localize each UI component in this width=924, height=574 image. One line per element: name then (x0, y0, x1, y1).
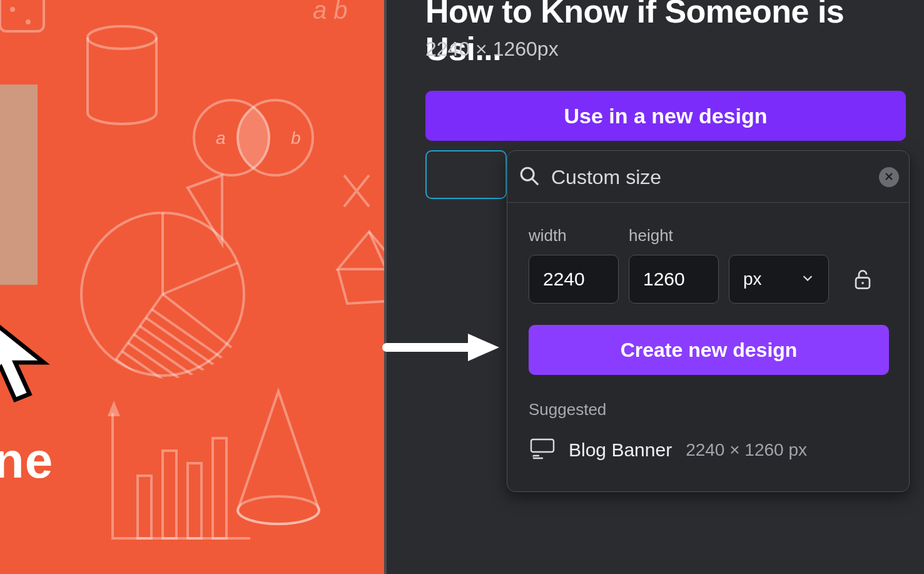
svg-rect-11 (213, 438, 226, 538)
use-in-new-design-button[interactable]: Use in a new design (425, 91, 906, 141)
cursor-icon (0, 307, 63, 407)
suggested-template-name: Blog Banner (569, 439, 672, 461)
svg-point-0 (88, 26, 156, 49)
svg-text:T: T (532, 454, 535, 459)
canvas-text-fragment: one (0, 432, 53, 489)
svg-text:a b: a b (313, 0, 348, 24)
unlock-icon (853, 282, 872, 292)
svg-point-14 (26, 19, 31, 24)
suggested-heading: Suggested (529, 400, 606, 419)
unit-value: px (743, 269, 762, 289)
width-label: width (529, 226, 567, 245)
design-info-panel: How to Know if Someone is Usi... 2240 × … (387, 0, 924, 574)
blog-banner-icon: T (530, 438, 555, 462)
popover-divider (507, 202, 909, 203)
lock-aspect-button[interactable] (850, 267, 875, 292)
suggested-template-item[interactable]: T Blog Banner 2240 × 1260 px (526, 431, 891, 469)
suggested-template-dims: 2240 × 1260 px (686, 440, 807, 460)
create-new-design-button[interactable]: Create new design (529, 325, 889, 375)
chevron-down-icon (801, 269, 815, 289)
svg-rect-9 (163, 451, 176, 538)
svg-point-17 (861, 282, 864, 284)
search-icon (519, 165, 540, 189)
height-input[interactable] (629, 255, 719, 304)
svg-rect-12 (0, 0, 44, 31)
unit-select[interactable]: px (729, 255, 829, 304)
design-dimensions: 2240 × 1260px (425, 38, 559, 61)
svg-rect-10 (188, 463, 201, 538)
close-icon (885, 172, 893, 183)
svg-point-7 (238, 496, 319, 524)
secondary-button-partial[interactable] (425, 150, 507, 199)
height-label: height (629, 226, 673, 245)
svg-text:b: b (291, 128, 301, 148)
svg-point-15 (521, 168, 534, 180)
width-input[interactable] (529, 255, 619, 304)
canvas-preview: a b a b (0, 0, 384, 574)
svg-point-13 (10, 7, 15, 12)
custom-size-popover: width height px (507, 150, 910, 492)
canvas-doodles: a b a b (0, 0, 384, 574)
svg-text:a: a (216, 128, 226, 148)
svg-rect-8 (138, 476, 151, 538)
custom-size-search-input[interactable] (551, 166, 868, 189)
clear-search-button[interactable] (879, 167, 899, 187)
svg-rect-18 (531, 439, 554, 452)
